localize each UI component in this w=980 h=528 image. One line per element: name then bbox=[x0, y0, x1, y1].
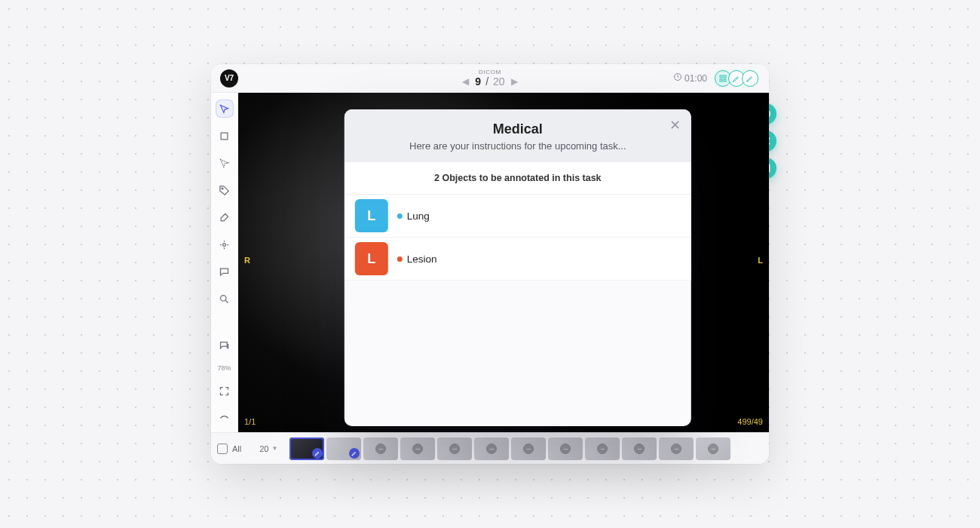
svg-point-9 bbox=[223, 243, 226, 246]
layers-icon bbox=[217, 444, 228, 454]
orientation-marker-r: R bbox=[244, 256, 250, 265]
prev-arrow-icon[interactable]: ◀ bbox=[461, 76, 470, 87]
thumbnail[interactable]: – bbox=[696, 437, 730, 460]
logo-badge: V7 bbox=[220, 69, 238, 87]
zoom-percent: 78% bbox=[217, 364, 231, 372]
object-class-chip: L bbox=[355, 242, 388, 275]
app-window: V7 DICOM ◀ 9 / 20 ▶ 01:00 bbox=[211, 64, 769, 464]
thumbnail[interactable] bbox=[289, 437, 324, 460]
object-class-meta: Lung bbox=[397, 210, 430, 222]
svg-rect-3 bbox=[720, 79, 722, 81]
filmstrip-count[interactable]: 20 ▼ bbox=[259, 444, 277, 453]
modal-title: Medical bbox=[360, 121, 676, 137]
more-tool[interactable] bbox=[216, 410, 233, 426]
select-tool[interactable] bbox=[216, 100, 233, 117]
unannotated-badge-icon: – bbox=[597, 444, 608, 454]
svg-point-8 bbox=[222, 188, 223, 189]
page-total: 20 bbox=[493, 75, 505, 87]
thumbnail[interactable]: – bbox=[622, 437, 657, 460]
zoom-tool[interactable] bbox=[216, 290, 233, 307]
object-class-row[interactable]: LLesion bbox=[345, 238, 691, 281]
page-separator: / bbox=[485, 75, 488, 87]
keypoint-tool[interactable] bbox=[216, 236, 233, 253]
thumbnail[interactable]: – bbox=[474, 437, 509, 460]
filter-all-label: All bbox=[232, 444, 241, 453]
thumbnail[interactable]: – bbox=[437, 437, 472, 460]
orientation-marker-l: L bbox=[758, 256, 763, 265]
comment-tool[interactable] bbox=[216, 263, 233, 280]
comments-panel-icon[interactable] bbox=[216, 337, 233, 354]
thumbnails: –––––––––– bbox=[289, 437, 763, 460]
modal-subtitle: Here are your instructions for the upcom… bbox=[360, 140, 676, 152]
filmstrip-count-value: 20 bbox=[259, 444, 268, 453]
unannotated-badge-icon: – bbox=[449, 444, 460, 454]
unannotated-badge-icon: – bbox=[375, 444, 386, 454]
next-arrow-icon[interactable]: ▶ bbox=[510, 76, 519, 87]
polygon-tool[interactable] bbox=[216, 155, 233, 171]
object-color-dot bbox=[397, 213, 403, 219]
unannotated-badge-icon: – bbox=[634, 444, 645, 454]
format-label: DICOM bbox=[479, 69, 501, 75]
filmstrip-filter[interactable]: All bbox=[217, 444, 241, 454]
stage-pills bbox=[713, 69, 760, 88]
unannotated-badge-icon: – bbox=[560, 444, 571, 454]
object-class-name: Lung bbox=[407, 210, 430, 222]
unannotated-badge-icon: – bbox=[486, 444, 497, 454]
bbox-tool[interactable] bbox=[216, 127, 233, 144]
annotated-badge-icon bbox=[349, 448, 360, 459]
svg-rect-2 bbox=[724, 75, 726, 78]
slice-indicator: 1/1 bbox=[244, 417, 256, 426]
frame-indicator: 499/49 bbox=[737, 417, 763, 426]
thumbnail[interactable] bbox=[326, 437, 361, 460]
timer-value: 01:00 bbox=[684, 73, 707, 84]
filmstrip: All 20 ▼ –––––––––– bbox=[211, 432, 769, 464]
thumbnail[interactable]: – bbox=[511, 437, 546, 460]
thumbnail[interactable]: – bbox=[363, 437, 398, 460]
unannotated-badge-icon: – bbox=[671, 444, 681, 454]
fit-tool[interactable] bbox=[216, 382, 233, 399]
unannotated-badge-icon: – bbox=[412, 444, 423, 454]
svg-rect-7 bbox=[221, 133, 228, 140]
object-class-meta: Lesion bbox=[397, 253, 437, 265]
unannotated-badge-icon: – bbox=[523, 444, 534, 454]
topbar: V7 DICOM ◀ 9 / 20 ▶ 01:00 bbox=[211, 64, 769, 93]
svg-point-10 bbox=[221, 295, 227, 301]
object-class-chip: L bbox=[355, 199, 388, 232]
thumbnail[interactable]: – bbox=[548, 437, 583, 460]
unannotated-badge-icon: – bbox=[708, 444, 718, 454]
svg-rect-4 bbox=[724, 79, 726, 81]
tag-tool[interactable] bbox=[216, 182, 233, 198]
thumbnail[interactable]: – bbox=[659, 437, 694, 460]
object-class-list: LLungLLesion bbox=[345, 195, 691, 281]
clock-icon bbox=[673, 72, 682, 84]
modal-objects-heading: 2 Objects to be annotated in this task bbox=[345, 162, 691, 195]
svg-rect-1 bbox=[720, 75, 722, 78]
object-class-name: Lesion bbox=[407, 253, 437, 265]
dropdown-icon: ▼ bbox=[271, 445, 277, 452]
close-icon[interactable]: ✕ bbox=[669, 118, 681, 132]
object-class-row[interactable]: LLung bbox=[345, 195, 691, 238]
tool-sidebar: 78% bbox=[211, 93, 238, 432]
pager: DICOM ◀ 9 / 20 ▶ bbox=[461, 69, 519, 87]
brush-tool[interactable] bbox=[216, 209, 233, 226]
object-color-dot bbox=[397, 256, 403, 262]
thumbnail[interactable]: – bbox=[585, 437, 620, 460]
modal-header: ✕ Medical Here are your instructions for… bbox=[345, 109, 691, 162]
stage-review-icon[interactable] bbox=[742, 70, 758, 87]
instructions-modal: ✕ Medical Here are your instructions for… bbox=[345, 109, 691, 426]
page-current: 9 bbox=[475, 75, 481, 87]
timer: 01:00 bbox=[673, 72, 707, 84]
annotated-badge-icon bbox=[312, 448, 323, 459]
thumbnail[interactable]: – bbox=[400, 437, 435, 460]
